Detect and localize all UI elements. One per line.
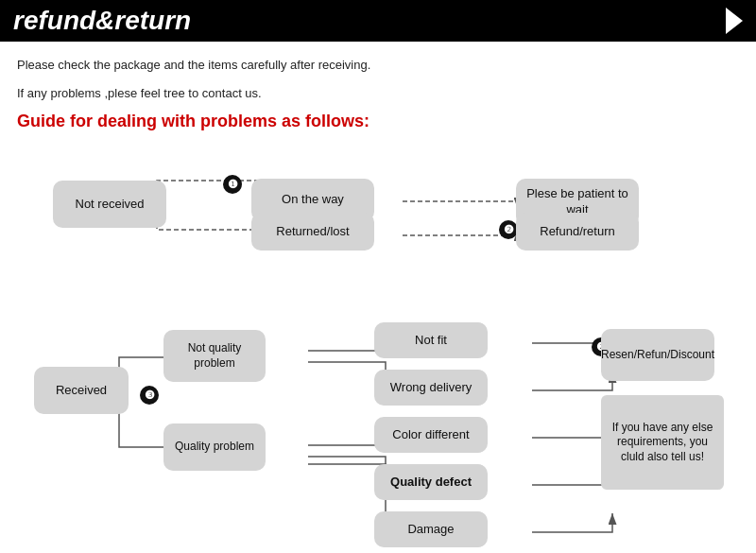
intro-line1: Please check the package and the items c… <box>17 55 739 76</box>
badge-3: ❸ <box>140 386 159 405</box>
box-not-quality-problem: Not quality problem <box>163 330 266 382</box>
page-header: refund&return <box>0 0 756 42</box>
box-received: Received <box>34 367 129 414</box>
box-refund-return: Refund/return <box>516 213 639 251</box>
box-if-you-have: If you have any else requirements, you c… <box>601 395 724 490</box>
box-returned-lost: Returned/lost <box>251 213 374 251</box>
header-title: refund&return <box>13 6 191 36</box>
box-not-fit: Not fit <box>374 322 488 358</box>
box-resen-refund: Resen/Refun/Discount <box>601 329 714 381</box>
box-damage: Damage <box>374 511 488 547</box>
header-arrow-icon <box>726 8 743 34</box>
intro-line2: If any problems ,plese feel tree to cont… <box>17 83 739 104</box>
box-quality-problem: Quality problem <box>163 423 266 471</box>
flowchart: Not received ❶ On the way Returned/lost … <box>17 145 745 553</box>
guide-title: Guide for dealing with problems as follo… <box>17 112 739 131</box>
box-not-received: Not received <box>53 181 166 228</box>
box-color-different: Color different <box>374 417 488 453</box>
page-body: Please check the package and the items c… <box>0 42 756 553</box>
badge-2-top: ❷ <box>499 220 518 239</box>
badge-1: ❶ <box>223 175 242 194</box>
box-wrong-delivery: Wrong delivery <box>374 370 488 406</box>
box-quality-defect: Quality defect <box>374 464 488 500</box>
